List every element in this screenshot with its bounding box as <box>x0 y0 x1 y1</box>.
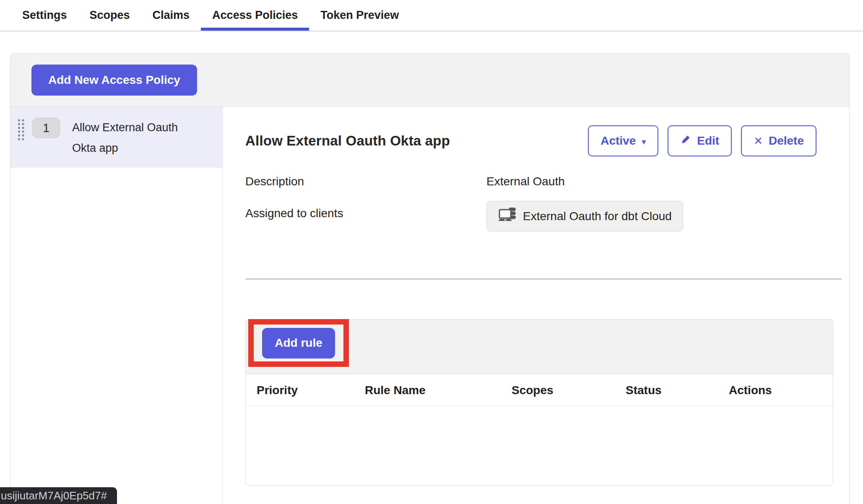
panel-body: 1 Allow External Oauth Okta app Allow Ex… <box>10 107 849 504</box>
policy-title: Allow External Oauth Okta app <box>245 133 450 149</box>
tab-claims[interactable]: Claims <box>141 0 201 31</box>
add-rule-button[interactable]: Add rule <box>262 328 335 359</box>
delete-button-label: Delete <box>769 134 804 148</box>
column-actions: Actions <box>729 384 822 397</box>
tab-settings[interactable]: Settings <box>11 0 78 31</box>
red-annotation-box: Add rule <box>248 319 349 367</box>
policy-title-row: Allow External Oauth Okta app Active ▾ <box>245 125 842 156</box>
rules-table-empty-body <box>246 406 833 485</box>
assigned-clients-label: Assigned to clients <box>245 207 486 220</box>
client-chip-label: External Oauth for dbt Cloud <box>523 210 672 223</box>
policy-detail-pane: Allow External Oauth Okta app Active ▾ <box>223 107 850 504</box>
rules-table-header: Priority Rule Name Scopes Status Actions <box>246 374 833 406</box>
policy-detail-grid: Description External Oauth Assigned to c… <box>245 175 842 231</box>
description-label: Description <box>245 175 486 188</box>
rules-panel: Add rule Priority Rule Name Scopes Statu… <box>245 319 833 486</box>
status-dropdown-button[interactable]: Active ▾ <box>588 125 658 156</box>
section-divider <box>245 278 842 280</box>
policy-priority-badge: 1 <box>32 117 60 138</box>
page: Settings Scopes Claims Access Policies T… <box>0 0 863 504</box>
edit-button-label: Edit <box>697 134 719 148</box>
close-icon: ✕ <box>754 135 763 148</box>
status-dropdown-label: Active <box>600 134 636 148</box>
rules-panel-header: Add rule <box>246 320 833 374</box>
pencil-icon <box>680 134 691 148</box>
tab-access-policies[interactable]: Access Policies <box>201 0 309 31</box>
policy-name-label: Allow External Oauth Okta app <box>72 117 204 158</box>
link-status-bar: usijiutarM7Aj0Ep5d7# <box>0 487 117 504</box>
column-status: Status <box>626 384 729 397</box>
policy-list-item[interactable]: 1 Allow External Oauth Okta app <box>10 107 222 168</box>
policy-list-sidebar: 1 Allow External Oauth Okta app <box>10 107 223 504</box>
access-policies-panel: Add New Access Policy <box>10 53 850 504</box>
column-rule-name: Rule Name <box>365 384 512 397</box>
add-new-access-policy-button[interactable]: Add New Access Policy <box>31 65 197 96</box>
panel-header: Add New Access Policy <box>10 54 849 107</box>
edit-button[interactable]: Edit <box>668 125 732 156</box>
client-app-icon <box>498 206 517 226</box>
assigned-clients-value: External Oauth for dbt Cloud <box>486 207 842 231</box>
drag-handle-icon[interactable] <box>17 118 25 143</box>
chevron-down-icon: ▾ <box>642 137 646 147</box>
column-scopes: Scopes <box>512 384 626 397</box>
delete-button[interactable]: ✕ Delete <box>741 125 816 156</box>
tab-bar: Settings Scopes Claims Access Policies T… <box>0 0 863 31</box>
column-priority: Priority <box>257 384 365 397</box>
tab-scopes[interactable]: Scopes <box>78 0 141 31</box>
description-value: External Oauth <box>486 175 842 188</box>
tab-token-preview[interactable]: Token Preview <box>309 0 410 31</box>
policy-actions: Active ▾ Edit ✕ <box>588 125 816 156</box>
client-chip: External Oauth for dbt Cloud <box>486 201 683 231</box>
